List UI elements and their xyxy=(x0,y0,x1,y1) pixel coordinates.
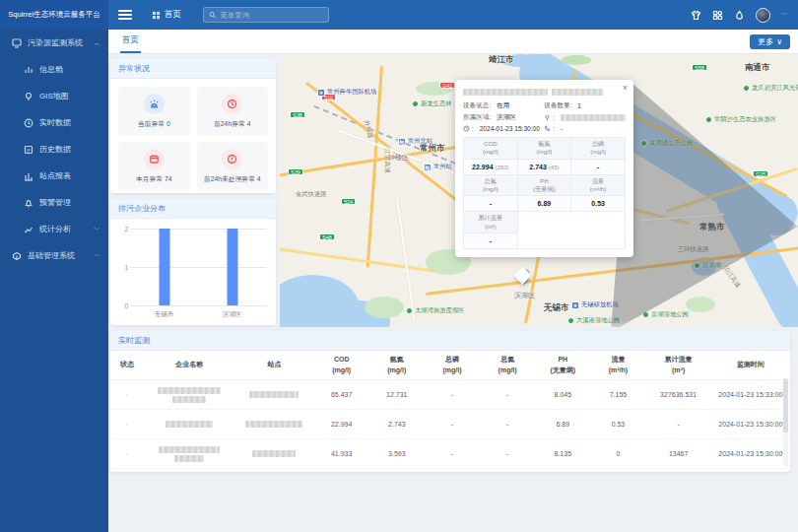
flame-icon[interactable] xyxy=(734,10,745,21)
metric-flow: 0.53 xyxy=(571,196,626,212)
sidebar-item-label: 实时数据 xyxy=(39,117,71,128)
tab-home[interactable]: 首页 xyxy=(120,30,141,53)
enterprise-distribution-card: 排污企业分布 2 1 0 无锡市 滨湖区 xyxy=(110,199,276,325)
sidebar-item-site-report[interactable]: 站点报表 xyxy=(0,163,108,189)
stat-month-abnormal[interactable]: 本月异常 74 xyxy=(118,142,190,190)
gis-map[interactable]: S38 510 S39 G42 524 S48 S58 G25 靖江市 南通市 … xyxy=(280,54,798,327)
chevron-down-icon: ∨ xyxy=(776,37,782,46)
metric-tp: - xyxy=(571,159,626,174)
monitor-system-icon xyxy=(12,38,22,48)
table-row[interactable]: 41.9333.593-- 8.1350134672024-01-23 15:3… xyxy=(110,439,790,469)
bar-binhu[interactable] xyxy=(227,229,237,305)
sidebar-item-label: 统计分析 xyxy=(39,224,71,234)
map-label-zhonglou: 钟楼区 xyxy=(388,153,409,163)
redacted-text xyxy=(552,89,603,96)
sidebar-item-info-cabin[interactable]: 信息舱 xyxy=(0,56,108,83)
sidebar-item-gis-map[interactable]: GIS地图 xyxy=(0,83,108,109)
map-pin-icon xyxy=(24,92,33,101)
stat-label: 前24h异常 4 xyxy=(214,119,250,129)
map-poi-airport-changzhou: ✈常州奔牛国际机场 xyxy=(317,88,376,97)
site-name-redacted xyxy=(234,439,313,469)
bar-chart: 2 1 0 无锡市 滨湖区 xyxy=(118,225,268,321)
abnormal-status-grid: 当前异常 0 前24h异常 4 本月异常 74 前24h未处理异常 4 xyxy=(110,79,276,198)
location-pin-icon xyxy=(544,114,551,121)
sidebar-item-statistics[interactable]: 统计分析 ﹀ xyxy=(0,216,108,242)
popup-info: 设备状态: 在用 设备数量: 1 所属区域: 滨湖区 : : 2024-01-2… xyxy=(463,101,626,132)
user-avatar[interactable] xyxy=(756,8,770,23)
redacted-text xyxy=(463,89,548,96)
theme-skin-icon[interactable] xyxy=(691,10,701,21)
device-time: 2024-01-23 15:30:00 xyxy=(480,125,540,132)
x-category: 无锡市 xyxy=(155,310,174,319)
scrollbar-thumb[interactable] xyxy=(783,378,788,432)
map-poi-xinlong-forest: 新龙生态林 xyxy=(412,100,451,108)
hamburger-menu-icon[interactable] xyxy=(118,10,132,20)
monitor-table: 状态 企业名称 站点 COD(mg/l) 氨氮(mg/l) 总磷(mg/l) 总… xyxy=(110,351,790,469)
map-poi-changzhou-station: 站常州站 xyxy=(424,163,452,171)
map-poi-gonghu-wetland: 贡湖湿地公园 xyxy=(642,310,689,319)
monitor-header-row: 状态 企业名称 站点 COD(mg/l) 氨氮(mg/l) 总磷(mg/l) 总… xyxy=(110,351,790,380)
clock-icon xyxy=(463,125,470,132)
park-icon xyxy=(412,100,419,107)
bell-icon xyxy=(24,198,33,208)
layout-icon[interactable] xyxy=(712,10,723,21)
close-icon[interactable]: × xyxy=(623,83,628,93)
stat-24h-abnormal[interactable]: 前24h异常 4 xyxy=(197,87,269,135)
top-header: 首页 ﹀ xyxy=(108,0,798,30)
cube-icon xyxy=(12,251,22,261)
map-road-label: 沿江高速 xyxy=(721,265,743,291)
sidebar-item-base-management[interactable]: 基础管理系统 ﹀ xyxy=(0,242,108,269)
map-label-binhu: 滨湖区 xyxy=(514,291,535,300)
road-shield: 524 xyxy=(341,198,356,205)
device-count: 1 xyxy=(577,102,581,109)
bar-wuxi[interactable] xyxy=(159,229,169,305)
tab-bar: 首页 更多 ∨ xyxy=(108,30,798,54)
report-icon xyxy=(24,171,33,181)
device-phone: - xyxy=(561,125,563,132)
map-poi-airport-wuxi: ✈无锡硕放机场 xyxy=(571,300,619,309)
stat-label: 当前异常 0 xyxy=(138,119,170,129)
x-category: 滨湖区 xyxy=(223,310,242,319)
sidebar-item-realtime-data[interactable]: 实时数据 xyxy=(0,109,108,136)
abnormal-status-title: 异常状况 xyxy=(110,59,276,79)
sidebar-item-pollution-system[interactable]: 污染源监测系统 ︿ xyxy=(0,30,108,56)
device-region: 滨湖区 xyxy=(497,113,516,122)
grid-icon xyxy=(152,11,161,20)
sidebar-item-label: GIS地图 xyxy=(39,91,69,101)
history-icon xyxy=(24,145,33,155)
redacted-text xyxy=(561,114,626,121)
table-scrollbar[interactable] xyxy=(783,378,788,467)
abnormal-status-card: 异常状况 当前异常 0 前24h异常 4 本月异常 74 前24h未处理异常 4 xyxy=(110,59,276,193)
chevron-down-icon[interactable]: ﹀ xyxy=(781,10,788,20)
search-input[interactable] xyxy=(220,11,323,20)
table-row[interactable]: 65.43712.731-- 8.0457.155327636.5312024-… xyxy=(110,380,790,410)
clock-icon xyxy=(222,94,242,114)
airport-icon: ✈ xyxy=(317,89,325,97)
metric-total-flow: - xyxy=(464,233,518,249)
river-island xyxy=(562,55,591,65)
stat-label: 本月异常 74 xyxy=(136,174,172,184)
menu-search xyxy=(203,7,329,23)
breadcrumb[interactable]: 首页 xyxy=(152,9,181,21)
map-road-label: 金武快速路 xyxy=(296,190,326,199)
road-jinwu-expwy xyxy=(280,247,436,273)
park-icon xyxy=(705,116,712,123)
map-poi-longzhuayan: 龙爪岩滨江风光带 xyxy=(743,84,798,93)
site-name-redacted xyxy=(234,380,313,410)
more-button[interactable]: 更多 ∨ xyxy=(750,34,790,49)
chevron-down-icon: ﹀ xyxy=(94,251,100,261)
chevron-up-icon: ︿ xyxy=(94,38,100,48)
sidebar-item-alert-management[interactable]: 预警管理 xyxy=(0,189,108,216)
table-row[interactable]: 22.9942.743-- 6.890.53-2024-01-23 15:30:… xyxy=(110,410,790,439)
calendar-icon xyxy=(144,149,165,169)
metric-cod: 22.994 (250) xyxy=(464,159,518,174)
road-shield: S38 xyxy=(290,111,305,118)
sidebar-item-label: 站点报表 xyxy=(39,170,71,181)
popup-title-redacted xyxy=(463,87,626,97)
road-shield: G42 xyxy=(439,82,455,89)
app-root: Squirrel生态环境云服务平台 污染源监测系统 ︿ 信息舱 GIS地图 实时… xyxy=(0,0,798,532)
metro-icon: 站 xyxy=(398,138,406,146)
stat-current-abnormal[interactable]: 当前异常 0 xyxy=(118,87,190,135)
stat-24h-unhandled[interactable]: 前24h未处理异常 4 xyxy=(197,142,269,190)
sidebar-item-history-data[interactable]: 历史数据 xyxy=(0,136,108,163)
